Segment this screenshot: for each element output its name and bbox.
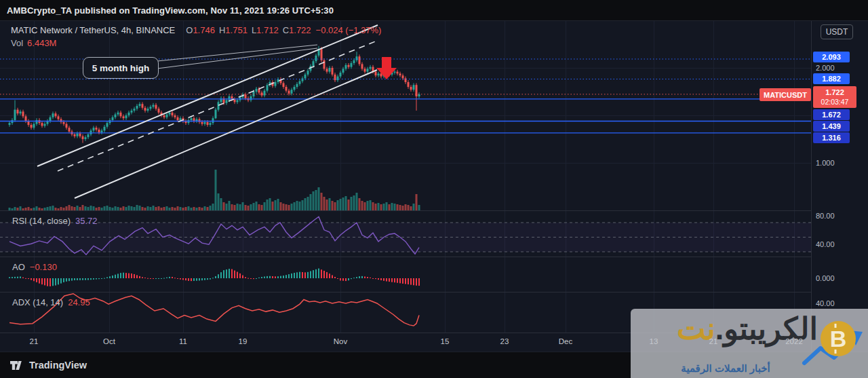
- tradingview-logo-link[interactable]: TradingView: [9, 360, 87, 371]
- ao-bar: [87, 278, 89, 280]
- volume-bar: [332, 201, 334, 210]
- volume-bar: [52, 206, 54, 210]
- volume-bar: [408, 205, 410, 210]
- symbol-legend[interactable]: MATIC Network / TetherUS, 4h, BINANCEO1.…: [11, 25, 381, 35]
- volume-bar: [68, 205, 71, 210]
- candle-body: [397, 72, 399, 74]
- candle-body: [201, 122, 203, 124]
- ao-bar: [310, 271, 311, 278]
- volume-bar: [351, 197, 353, 210]
- ao-bar: [112, 276, 113, 278]
- callout-text: 5 month high: [92, 63, 150, 73]
- volume-bar: [128, 206, 130, 210]
- candle-body: [120, 113, 122, 117]
- ao-bar: [280, 276, 281, 278]
- volume-bar: [329, 198, 331, 210]
- ao-bar: [321, 269, 322, 278]
- currency-toggle-button[interactable]: USDT: [821, 24, 853, 39]
- ao-legend[interactable]: AO−0.130: [12, 262, 57, 272]
- volume-bar: [239, 204, 241, 210]
- ao-bar: [383, 278, 384, 281]
- candle-body: [296, 84, 298, 87]
- candle-body: [101, 130, 103, 132]
- ao-bar: [364, 276, 366, 278]
- ao-bar: [50, 278, 51, 286]
- volume-bar: [174, 208, 176, 210]
- volume-label: Vol: [11, 38, 23, 48]
- ao-bar: [389, 278, 390, 282]
- volume-bar: [136, 205, 138, 210]
- volume-bar: [267, 200, 269, 210]
- price-axis-label: 1.882: [813, 73, 850, 84]
- ao-bar: [256, 278, 257, 279]
- candle-body: [163, 115, 165, 117]
- candle-body: [139, 104, 141, 106]
- volume-bar: [31, 208, 33, 210]
- price-axis-label: 1.439: [813, 121, 850, 132]
- ao-bar: [380, 278, 382, 280]
- volume-bar: [223, 202, 225, 210]
- candle-body: [79, 134, 81, 136]
- ao-bar: [14, 277, 16, 278]
- volume-bar: [261, 205, 263, 210]
- ao-bar: [98, 278, 100, 279]
- price-axis-label: 0.000: [816, 273, 852, 284]
- volume-bar: [275, 200, 277, 210]
- candle-body: [375, 72, 377, 76]
- ao-bar: [283, 276, 284, 278]
- price-axis-label: 80.00: [816, 210, 852, 221]
- adx-legend[interactable]: ADX (14, 14)24.95: [12, 297, 90, 307]
- ao-bar: [351, 278, 352, 279]
- ao-bar: [128, 273, 130, 278]
- candle-body: [348, 65, 350, 67]
- volume-bar: [22, 208, 24, 210]
- ao-bar: [294, 273, 295, 278]
- candle-body: [359, 56, 361, 64]
- candle-body: [353, 60, 355, 63]
- ao-bar: [31, 278, 32, 280]
- volume-bar: [17, 208, 19, 210]
- volume-bar: [285, 204, 288, 210]
- ao-bar: [66, 278, 67, 282]
- candle-body: [60, 119, 62, 122]
- volume-bar: [291, 204, 293, 210]
- symbol-price-flag[interactable]: MATICUSDT: [760, 88, 811, 101]
- time-axis-label: 21: [30, 337, 39, 345]
- candle-body: [356, 56, 358, 60]
- ao-bar: [239, 273, 241, 278]
- volume-bar: [253, 203, 255, 210]
- volume-bar: [248, 206, 250, 210]
- rsi-legend[interactable]: RSI (14, close)35.72: [12, 216, 98, 226]
- close-value: 1.722: [289, 25, 311, 35]
- candle-body: [191, 118, 193, 120]
- time-axis-label: 15: [441, 337, 450, 345]
- candle-body: [410, 87, 412, 90]
- volume-bar: [226, 204, 228, 210]
- ao-bar: [313, 270, 314, 278]
- volume-bar: [397, 204, 399, 210]
- volume-bar: [269, 198, 271, 210]
- candle-body: [44, 124, 46, 126]
- volume-bar: [44, 208, 46, 210]
- callout-five-month-high[interactable]: 5 month high: [83, 57, 159, 79]
- candle-body: [115, 115, 117, 117]
- ao-bar: [370, 278, 371, 278]
- candle-body: [250, 96, 252, 100]
- volume-bar: [177, 206, 179, 210]
- ao-bar: [106, 277, 108, 278]
- candle-body: [367, 69, 369, 71]
- volume-bar: [394, 204, 396, 210]
- volume-bar: [185, 207, 187, 210]
- volume-bar: [389, 204, 391, 210]
- candle-body: [210, 123, 212, 125]
- volume-bar: [299, 202, 301, 210]
- volume-bar: [144, 208, 146, 210]
- ao-bar: [41, 278, 43, 284]
- candle-body: [340, 73, 342, 77]
- volume-bar: [364, 202, 366, 210]
- ao-bar: [182, 278, 184, 280]
- candle-body: [14, 110, 16, 120]
- ao-bar: [356, 277, 357, 278]
- ao-bar: [39, 278, 40, 284]
- ao-bar: [264, 276, 265, 278]
